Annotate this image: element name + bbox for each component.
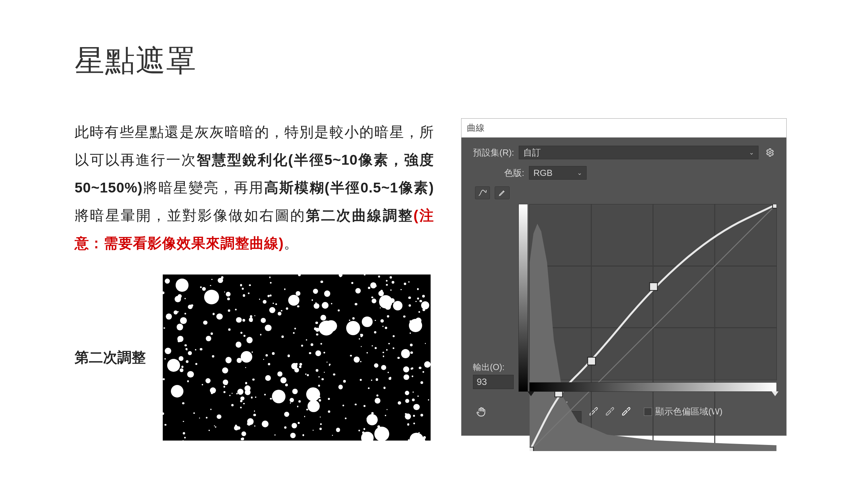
svg-rect-12 xyxy=(773,204,776,208)
svg-point-0 xyxy=(769,151,771,154)
preset-label: 預設集(R): xyxy=(473,147,514,159)
channel-select[interactable]: RGB ⌄ xyxy=(529,166,587,180)
text-run: 。 xyxy=(284,235,298,251)
curves-graph[interactable] xyxy=(529,204,777,380)
text-bold: 高斯模糊(半徑0.5~1像素) xyxy=(264,180,434,196)
chevron-down-icon: ⌄ xyxy=(577,169,582,177)
curves-panel: 曲線 預設集(R): 自訂 ⌄ 色版: xyxy=(461,118,787,436)
gear-icon[interactable] xyxy=(763,146,777,159)
second-adjust-label: 第二次調整 xyxy=(75,348,146,367)
svg-rect-10 xyxy=(588,357,595,365)
star-mask-preview xyxy=(163,274,431,441)
text-run: 將暗星變亮，再用 xyxy=(143,180,264,196)
channel-label: 色版: xyxy=(504,167,524,179)
output-label: 輸出(O): xyxy=(473,362,505,373)
white-point-slider[interactable] xyxy=(772,391,778,396)
preset-select[interactable]: 自訂 ⌄ xyxy=(519,146,758,159)
chevron-down-icon: ⌄ xyxy=(749,149,754,156)
channel-value: RGB xyxy=(533,168,552,178)
pencil-tool-button[interactable] xyxy=(495,186,510,199)
body-paragraph: 此時有些星點還是灰灰暗暗的，特別是較小的暗星，所以可以再進行一次智慧型銳利化(半… xyxy=(75,118,434,257)
svg-rect-8 xyxy=(530,447,533,451)
text-run: 將暗星暈開，並對影像做如右圖的 xyxy=(75,207,306,223)
horizontal-gradient[interactable] xyxy=(529,382,777,392)
vertical-gradient xyxy=(518,204,528,392)
black-point-slider[interactable] xyxy=(528,391,534,396)
curve-tool-button[interactable] xyxy=(475,186,490,199)
output-value-field[interactable]: 93 xyxy=(473,375,514,389)
text-bold: 第二次曲線調整 xyxy=(306,207,414,223)
preset-value: 自訂 xyxy=(523,147,541,159)
page-title: 星點遮罩 xyxy=(75,41,793,81)
svg-rect-11 xyxy=(650,283,657,290)
panel-title: 曲線 xyxy=(461,119,786,138)
hand-adjust-icon[interactable] xyxy=(473,404,490,419)
